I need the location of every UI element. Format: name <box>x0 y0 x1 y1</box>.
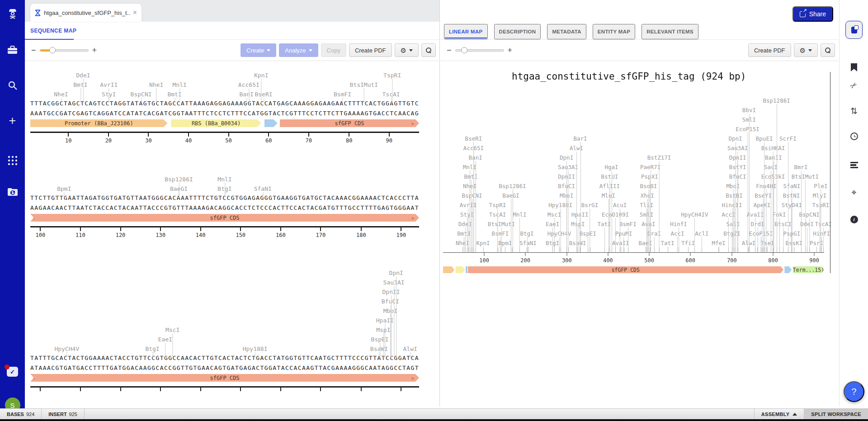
enzyme-site-label[interactable]: SacI <box>764 164 778 170</box>
align-bars-icon[interactable] <box>840 157 868 173</box>
enzyme-site-label[interactable]: BtgI <box>519 230 534 237</box>
sequence-bottom-strand[interactable]: ATAAACGTGATGACCTTTTGATGGACAAGGCACCGGTTGT… <box>30 363 419 373</box>
enzyme-site-label[interactable]: Acc65I <box>238 81 260 88</box>
zoom-out-button[interactable]: − <box>31 46 36 54</box>
enzyme-site-label[interactable]: SfaNI <box>783 183 801 189</box>
enzyme-site-label[interactable]: Hpy188I <box>548 202 573 208</box>
enzyme-site-label[interactable]: AccI <box>670 230 684 237</box>
enzyme-site-label[interactable]: BmrI <box>794 164 808 170</box>
enzyme-site-label[interactable]: BsmFI <box>491 230 509 237</box>
create-button[interactable]: Create <box>241 43 276 57</box>
enzyme-site-label[interactable]: EcoP15I <box>749 230 774 237</box>
enzyme-site-label[interactable]: DpnII <box>382 289 401 295</box>
zoom-slider[interactable] <box>455 49 504 52</box>
sequence-top-strand[interactable]: TTTACGGCTAGCTCAGTCCTAGGTATAGTGCTAGCCATTA… <box>30 99 419 109</box>
benchling-logo-icon[interactable] <box>0 3 25 27</box>
enzyme-site-label[interactable]: MscI <box>165 326 180 333</box>
cds-annotation[interactable]: sfGFP CDS»» <box>30 374 419 382</box>
enzyme-site-label[interactable]: BtsIMutI <box>791 173 819 180</box>
enzyme-site-label[interactable]: KpnI <box>476 240 490 246</box>
enzyme-site-label[interactable]: TspRI <box>383 72 401 79</box>
analyze-button[interactable]: Analyze <box>279 43 318 57</box>
enzyme-site-label[interactable]: BfuCI <box>381 298 400 305</box>
promoter-annotation[interactable]: Promoter (BBa_J23106) <box>30 119 168 127</box>
create-pdf-button[interactable]: Create PDF <box>349 43 392 57</box>
tab-entity-map[interactable]: ENTITY MAP <box>593 24 635 39</box>
enzyme-site-label[interactable]: Bsp1286I <box>498 183 526 189</box>
enzyme-site-label[interactable]: DdeI <box>458 221 472 227</box>
enzyme-site-label[interactable]: Hpy188I <box>242 345 268 352</box>
enzyme-site-label[interactable]: DrdI <box>750 221 764 227</box>
enzyme-site-label[interactable]: AlwI <box>403 345 418 352</box>
zoom-slider-handle[interactable] <box>49 47 56 53</box>
zoom-slider[interactable] <box>40 49 89 52</box>
bases-indicator[interactable]: BASES924 <box>0 409 42 419</box>
enzyme-site-label[interactable]: MnlI <box>462 164 477 170</box>
enzyme-site-label[interactable]: XhoI <box>640 192 655 199</box>
enzyme-site-label[interactable]: PspXI <box>641 173 659 180</box>
scar-annotation[interactable] <box>466 266 467 273</box>
enzyme-site-label[interactable]: PleI <box>813 183 828 189</box>
create-pdf-button[interactable]: Create PDF <box>748 43 791 57</box>
enzyme-site-label[interactable]: ApeKI <box>753 202 771 208</box>
enzyme-site-label[interactable]: BstBI <box>725 192 743 199</box>
apps-grid-icon[interactable] <box>0 148 25 173</box>
enzyme-site-label[interactable]: HinfI <box>670 221 688 227</box>
enzyme-site-label[interactable]: EcoO109I <box>601 211 629 218</box>
bookmark-icon[interactable] <box>840 60 868 75</box>
settings-button[interactable]: ⚙ <box>395 43 419 57</box>
close-icon[interactable]: × <box>133 9 137 17</box>
split-workspace-button[interactable]: SPLIT WORKSPACE <box>804 409 868 419</box>
enzyme-site-label[interactable]: FokI <box>772 211 786 218</box>
tab-relevant-items[interactable]: RELEVANT ITEMS <box>642 24 698 39</box>
enzyme-site-label[interactable]: MlyI <box>812 192 827 199</box>
enzyme-site-label[interactable]: BbvI <box>742 107 756 114</box>
enzyme-site-label[interactable]: BspEI <box>371 336 389 343</box>
enzyme-site-label[interactable]: HpyCH4IV <box>680 211 708 218</box>
enzyme-site-label[interactable]: AccI <box>721 211 736 218</box>
enzyme-site-label[interactable]: PpuMI <box>615 230 633 237</box>
enzyme-site-label[interactable]: MluI <box>601 192 616 199</box>
enzyme-site-label[interactable]: EcoP15I <box>735 126 760 132</box>
enzyme-site-label[interactable]: Sau3AI <box>383 279 405 286</box>
help-button[interactable]: ? <box>844 381 864 402</box>
enzyme-site-label[interactable]: EaeI <box>545 221 560 227</box>
enzyme-site-label[interactable]: TatI <box>660 240 675 246</box>
sequence-top-strand[interactable]: TATTTGCACTACTGGAAAACTACCTGTTCCGTGGCCAACA… <box>30 353 419 363</box>
info-icon[interactable]: i <box>840 212 868 227</box>
enzyme-site-label[interactable]: DpnI <box>728 135 743 142</box>
crosshair-icon[interactable]: ⌖ <box>840 184 868 200</box>
scar-annotation[interactable] <box>784 266 792 273</box>
insert-indicator[interactable]: INSERT925 <box>42 409 85 419</box>
zoom-in-button[interactable]: + <box>92 46 97 54</box>
enzyme-site-label[interactable]: BstZ17I <box>647 154 672 161</box>
share-button[interactable]: Share <box>793 6 833 22</box>
enzyme-site-label[interactable]: MboI <box>726 183 740 189</box>
enzyme-site-label[interactable]: Bsp1286I <box>164 176 193 183</box>
enzyme-site-label[interactable]: MnlI <box>217 176 232 183</box>
enzyme-site-label[interactable]: BtgI <box>145 345 160 352</box>
zoom-out-button[interactable]: − <box>447 46 452 54</box>
enzyme-site-label[interactable]: DdeI <box>800 221 814 227</box>
enzyme-site-label[interactable]: BmtI <box>73 81 88 88</box>
enzyme-site-label[interactable]: Sau3AI <box>557 164 579 170</box>
enzyme-site-label[interactable]: BpmI <box>57 185 71 192</box>
sequence-bottom-strand[interactable]: AAATGCCGATCGAGTCAGGATCCATATCACGATCGGTAAT… <box>30 109 419 118</box>
enzyme-site-label[interactable]: BspCNI <box>799 211 820 218</box>
rbs-annotation[interactable] <box>456 266 465 273</box>
enzyme-site-label[interactable]: MscI <box>547 211 561 218</box>
document-tab[interactable]: htgaa_constitutive_sfGFP_his_t... × <box>30 4 142 22</box>
enzyme-site-label[interactable]: BarI <box>573 135 587 142</box>
enzyme-site-label[interactable]: DpnI <box>559 154 574 161</box>
enzyme-site-label[interactable]: BsaWI <box>370 345 388 352</box>
enzyme-site-label[interactable]: NheI <box>53 91 68 98</box>
enzyme-site-label[interactable]: BsmFI <box>333 91 352 98</box>
cds-annotation[interactable]: sfGFP CDS <box>468 266 783 273</box>
enzyme-site-label[interactable]: MnlI <box>512 211 527 218</box>
tab-metadata[interactable]: METADATA <box>547 24 586 39</box>
enzyme-site-label[interactable]: BmtI <box>457 230 471 237</box>
cds-annotation[interactable]: sfGFP CDS»» <box>30 214 419 222</box>
plus-icon[interactable]: + <box>0 109 25 133</box>
enzyme-site-label[interactable]: HgaI <box>604 164 619 170</box>
swap-arrows-icon[interactable]: ⇅ <box>840 103 868 118</box>
